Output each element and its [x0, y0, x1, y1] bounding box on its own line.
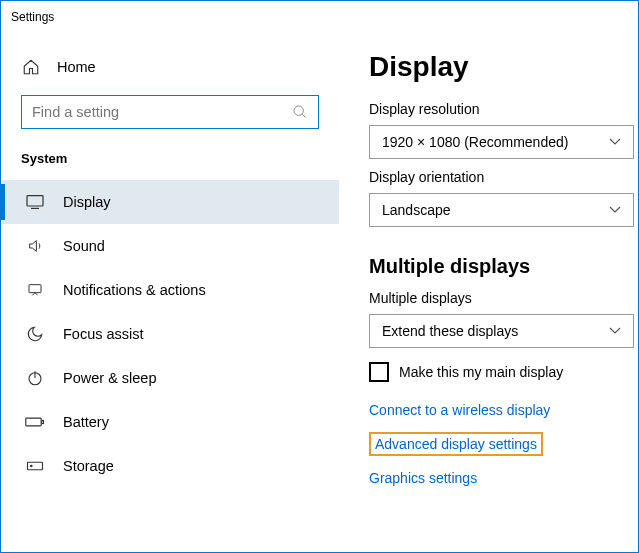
sidebar-item-sound[interactable]: Sound: [1, 224, 339, 268]
sidebar-item-power-sleep[interactable]: Power & sleep: [1, 356, 339, 400]
home-label: Home: [57, 59, 96, 75]
sidebar-item-notifications[interactable]: Notifications & actions: [1, 268, 339, 312]
home-icon: [21, 58, 41, 76]
svg-point-0: [294, 106, 303, 115]
sidebar: Home System Display: [1, 33, 339, 552]
svg-rect-4: [29, 285, 41, 293]
battery-icon: [25, 412, 45, 432]
focus-assist-icon: [25, 324, 45, 344]
chevron-down-icon: [609, 206, 621, 214]
storage-icon: [25, 456, 45, 476]
svg-rect-2: [27, 196, 43, 206]
svg-point-10: [31, 465, 33, 467]
main-content: Display Display resolution 1920 × 1080 (…: [339, 33, 638, 552]
multi-dropdown[interactable]: Extend these displays: [369, 314, 634, 348]
page-title: Display: [369, 51, 616, 83]
notifications-icon: [25, 280, 45, 300]
orientation-value: Landscape: [382, 202, 451, 218]
sidebar-item-label: Power & sleep: [63, 370, 157, 386]
link-advanced-display[interactable]: Advanced display settings: [369, 432, 543, 456]
nav-list: Display Sound Notifications & actions: [1, 180, 339, 488]
main-display-checkbox-row[interactable]: Make this my main display: [369, 362, 616, 382]
checkbox-icon[interactable]: [369, 362, 389, 382]
svg-line-1: [302, 114, 305, 117]
category-label: System: [21, 151, 319, 166]
search-icon: [292, 104, 308, 120]
orientation-label: Display orientation: [369, 169, 616, 185]
search-field[interactable]: [32, 104, 292, 120]
settings-window: Settings Home System: [0, 0, 639, 553]
sidebar-item-focus-assist[interactable]: Focus assist: [1, 312, 339, 356]
main-display-checkbox-label: Make this my main display: [399, 364, 563, 380]
multi-label: Multiple displays: [369, 290, 616, 306]
resolution-value: 1920 × 1080 (Recommended): [382, 134, 568, 150]
link-wireless-display[interactable]: Connect to a wireless display: [369, 402, 616, 418]
sidebar-item-label: Notifications & actions: [63, 282, 206, 298]
svg-rect-8: [42, 420, 44, 423]
window-title: Settings: [11, 10, 54, 24]
sound-icon: [25, 236, 45, 256]
resolution-dropdown[interactable]: 1920 × 1080 (Recommended): [369, 125, 634, 159]
multiple-displays-heading: Multiple displays: [369, 255, 616, 278]
sidebar-item-display[interactable]: Display: [1, 180, 339, 224]
chevron-down-icon: [609, 327, 621, 335]
sidebar-item-label: Battery: [63, 414, 109, 430]
titlebar: Settings: [1, 1, 638, 33]
chevron-down-icon: [609, 138, 621, 146]
sidebar-item-label: Storage: [63, 458, 114, 474]
sidebar-item-label: Focus assist: [63, 326, 144, 342]
home-button[interactable]: Home: [21, 47, 319, 87]
resolution-label: Display resolution: [369, 101, 616, 117]
sidebar-item-battery[interactable]: Battery: [1, 400, 339, 444]
display-icon: [25, 192, 45, 212]
power-icon: [25, 368, 45, 388]
sidebar-item-storage[interactable]: Storage: [1, 444, 339, 488]
svg-rect-7: [26, 418, 41, 426]
sidebar-item-label: Display: [63, 194, 111, 210]
link-graphics-settings[interactable]: Graphics settings: [369, 470, 616, 486]
orientation-dropdown[interactable]: Landscape: [369, 193, 634, 227]
search-input[interactable]: [21, 95, 319, 129]
sidebar-item-label: Sound: [63, 238, 105, 254]
multi-value: Extend these displays: [382, 323, 518, 339]
svg-rect-9: [28, 462, 43, 470]
window-body: Home System Display: [1, 33, 638, 552]
